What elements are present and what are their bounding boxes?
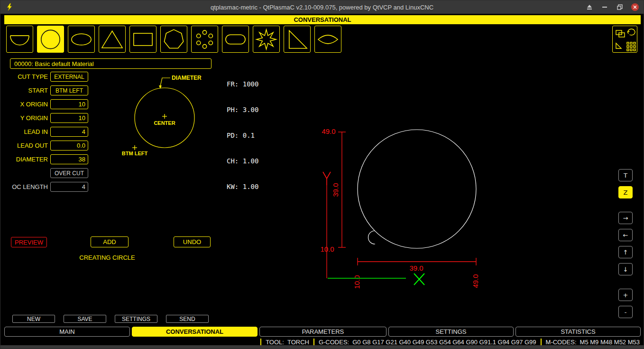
start-label: START [0,85,48,95]
tab-conversational[interactable]: CONVERSATIONAL [132,327,258,337]
preview-area: 49.0 10.0 39.0 39.0 49.0 10.0 [221,59,613,319]
tab-statistics[interactable]: STATISTICS [515,327,641,337]
send-button[interactable]: SEND [166,315,209,323]
restore-icon[interactable] [616,3,624,11]
shape-button-line[interactable] [6,26,33,53]
tool-value: TORCH [287,339,309,346]
line-arc-icon [7,26,33,53]
rotate-icon [628,29,635,35]
lead-out-input[interactable] [50,141,88,151]
shape-button-gusset[interactable] [284,26,311,53]
zoom-in-button[interactable]: + [618,289,633,301]
dim-height-total: 49.0 [322,127,335,135]
gusset-icon [284,26,310,53]
field-row: OC LENGTH [0,182,219,192]
cut-parameters-readout: FR: 1000 PH: 3.00 PD: 0.1 CH: 1.00 KW: 1… [227,63,258,208]
app-window: qtplasmac-metric - QtPlasmaC v2.10-009.0… [0,0,644,349]
undo-button[interactable]: UNDO [174,236,211,247]
pan-up-button[interactable]: ↑ [618,246,633,258]
diagram-center-label: CENTER [154,120,175,126]
tab-main[interactable]: MAIN [4,327,130,337]
mcodes-label: M-CODES: [546,339,577,346]
pierce-height-value: PH: 3.00 [227,105,258,114]
shape-button-slot[interactable] [222,26,249,53]
preview-button[interactable]: PREVIEW [11,237,47,247]
bolt-circle-icon [192,26,218,53]
new-button[interactable]: NEW [12,315,55,323]
oc-length-input[interactable] [50,182,88,192]
rectangle-icon [130,26,156,53]
zoom-out-button[interactable]: - [618,306,633,318]
gcodes-label: G-CODES: [319,339,349,346]
window-frame-edge [0,345,644,349]
view-z-button[interactable]: Z [618,186,633,198]
circle-diagram: DIAMETER CENTER BTM LEFT [110,72,221,162]
add-button[interactable]: ADD [91,236,129,247]
status-separator [313,339,314,346]
shape-button-polygon[interactable] [160,26,187,53]
y-origin-input[interactable] [50,113,88,123]
shape-button-bolt-circle[interactable] [191,26,218,53]
gcodes-value: G0 G8 G17 G21 G40 G49 G53 G54 G64 G90 G9… [352,339,536,346]
shape-button-star[interactable] [253,26,280,53]
lead-out-label: LEAD OUT [0,141,48,151]
diagram-btm-left-label: BTM LEFT [122,151,148,156]
ellipse-icon [68,26,94,53]
cut-type-button[interactable]: EXTERNAL [50,72,88,82]
y-origin-label: Y ORIGIN [0,113,48,123]
polygon-icon [161,26,187,53]
over-cut-button[interactable]: OVER CUT [50,168,88,178]
lead-in-label: LEAD IN [0,127,48,137]
circle-icon [37,26,64,53]
pan-right-button[interactable]: → [618,212,633,224]
minimize-icon[interactable] [601,3,608,11]
shade-icon[interactable] [586,3,593,11]
cut-height-value: CH: 1.00 [227,157,258,165]
dim-width-circle: 39.0 [409,264,423,272]
star-icon [253,26,279,53]
feed-rate-value: FR: 1000 [227,80,258,88]
shape-button-circle[interactable] [37,26,64,53]
lens-icon [315,26,341,53]
x-origin-label: X ORIGIN [0,99,48,109]
pierce-delay-value: PD: 0.1 [227,131,258,140]
start-point-button[interactable]: BTM LEFT [50,85,88,95]
pan-left-button[interactable]: ← [618,229,633,241]
dim-height-circle: 39.0 [331,183,340,197]
shape-button-lens[interactable] [314,26,341,53]
conversational-banner: CONVERSATIONAL [4,15,641,24]
settings-button[interactable]: SETTINGS [115,315,157,323]
diameter-input[interactable] [50,154,88,164]
lead-in-input[interactable] [50,127,88,137]
dim-width-total: 49.0 [471,274,479,288]
mcodes-value: M5 M9 M48 M52 M53 [580,339,640,346]
shape-button-ellipse[interactable] [68,26,95,53]
dim-width-origin: 10.0 [353,275,361,289]
oc-length-label: OC LENGTH [0,182,48,192]
diagram-diameter-label: DIAMETER [172,75,202,81]
grid-array-icon [627,42,635,51]
triangle-icon [99,26,125,53]
creating-status-text: CREATING CIRCLE [0,254,214,261]
pan-down-button[interactable]: ↓ [618,263,633,275]
x-origin-input[interactable] [50,99,88,109]
shape-button-rectangle[interactable] [129,26,156,53]
title-bar: qtplasmac-metric - QtPlasmaC v2.10-009.0… [0,0,644,14]
tab-parameters[interactable]: PARAMETERS [259,327,386,337]
window-controls [586,0,639,14]
status-separator [541,339,542,346]
diameter-label: DIAMETER [0,154,48,164]
kerf-width-value: KW: 1.00 [227,182,258,191]
material-select[interactable]: 00000: Basic default Material [10,58,212,69]
tab-settings[interactable]: SETTINGS [388,327,514,337]
close-icon[interactable] [631,3,639,11]
save-button[interactable]: SAVE [64,315,106,323]
x-axis-marker [414,274,424,285]
shape-button-triangle[interactable] [99,26,126,53]
app-logo-icon [5,3,14,11]
y-axis-marker [323,172,331,278]
view-top-button[interactable]: T [618,169,633,181]
preview-plot: 49.0 10.0 39.0 39.0 49.0 10.0 [221,59,613,319]
shape-options-button[interactable] [612,26,637,53]
window-title: qtplasmac-metric - QtPlasmaC v2.10-009.0… [0,4,644,11]
